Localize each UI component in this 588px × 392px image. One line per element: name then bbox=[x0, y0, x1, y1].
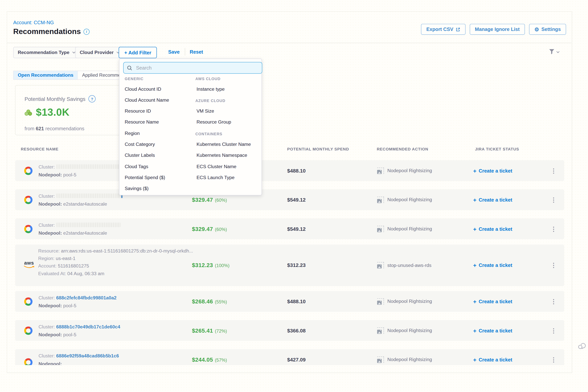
savings-amount: $13.0K bbox=[36, 107, 70, 118]
section-header-containers: CONTAINERS bbox=[196, 132, 222, 136]
add-filter-label: + Add Filter bbox=[124, 50, 151, 55]
page-title-text: Recommendations bbox=[13, 27, 81, 36]
column-header-jira-ticket-status: JIRA TICKET STATUS bbox=[475, 146, 519, 151]
filter-option[interactable]: Cloud Account ID bbox=[125, 86, 161, 92]
table-row[interactable]: Cluster: 688c2fefc84fbdc99801a0a2 Nodepo… bbox=[15, 291, 564, 312]
funnel-icon bbox=[549, 49, 555, 55]
cluster-link[interactable]: 688c2fefc84fbdc99801a0a2 bbox=[56, 295, 116, 300]
help-icon[interactable]: ? bbox=[88, 95, 96, 102]
filter-option[interactable]: Region bbox=[125, 131, 140, 136]
table-row[interactable]: Cluster: 6888b1c70e49db17c1de60c4 Nodepo… bbox=[15, 320, 564, 341]
cloud-provider-filter[interactable]: Cloud Provider bbox=[75, 47, 124, 58]
potential-spend-value: $488.10 bbox=[287, 168, 306, 173]
account-breadcrumb[interactable]: Account: CCM-NG bbox=[13, 20, 54, 25]
kebab-menu[interactable]: ⋮ bbox=[549, 298, 558, 305]
create-ticket-link[interactable]: +Create a ticket bbox=[473, 327, 512, 334]
dropdown-search[interactable] bbox=[123, 62, 262, 74]
gcp-icon bbox=[24, 326, 32, 334]
cloud-provider-label: Cloud Provider bbox=[80, 50, 114, 55]
recommendation-type-filter[interactable]: Recommendation Type bbox=[13, 47, 80, 58]
external-link-icon bbox=[456, 27, 460, 32]
filter-option[interactable]: Resource Group bbox=[196, 119, 231, 125]
cluster-link[interactable]: 6886e92f59a48cad86b5b1c6 bbox=[56, 354, 119, 359]
recommendations-page: Account: CCM-NG Recommendations i Export… bbox=[0, 0, 588, 392]
recommended-action-label: Nodepool Rightsizing bbox=[388, 197, 432, 202]
kebab-menu[interactable]: ⋮ bbox=[549, 356, 558, 363]
savings-card-label: Potential Monthly Savings bbox=[24, 96, 86, 102]
create-ticket-link[interactable]: +Create a ticket bbox=[473, 196, 512, 203]
export-csv-button[interactable]: Export CSV bbox=[421, 24, 466, 35]
filter-option[interactable]: Cloud Account Name bbox=[125, 98, 169, 103]
filter-option[interactable]: Instance type bbox=[196, 86, 225, 92]
section-header-aws-cloud: AWS CLOUD bbox=[196, 77, 220, 81]
page-title: Recommendations i bbox=[13, 27, 90, 36]
create-ticket-link[interactable]: +Create a ticket bbox=[473, 356, 512, 363]
savings-subtext: from 621 recommendations bbox=[24, 126, 84, 132]
filter-option[interactable]: Kubernetes Cluster Name bbox=[196, 142, 251, 147]
kebab-menu[interactable]: ⋮ bbox=[549, 327, 558, 334]
aws-icon: aws bbox=[23, 261, 36, 269]
filter-option[interactable]: Potential Spend ($) bbox=[125, 175, 165, 180]
recommendation-type-label: Recommendation Type bbox=[18, 50, 69, 55]
tab-open-recommendations[interactable]: Open Recommendations bbox=[14, 71, 78, 79]
potential-spend-value: $427.09 bbox=[287, 357, 306, 362]
money-pile-icon bbox=[24, 108, 33, 116]
header-divider bbox=[7, 43, 571, 43]
table-row[interactable]: Cluster: Nodepool: e2standar4autoscale $… bbox=[15, 189, 564, 210]
manage-ignore-list-button[interactable]: Manage Ignore List bbox=[470, 24, 525, 35]
kebab-menu[interactable]: ⋮ bbox=[549, 167, 558, 174]
filter-option[interactable]: Kubernetes Namespace bbox=[196, 153, 247, 158]
recommended-action-label: Nodepool Rightsizing bbox=[388, 357, 432, 362]
chevron-down-icon bbox=[72, 51, 76, 54]
reset-filter-link[interactable]: Reset bbox=[190, 49, 203, 55]
create-ticket-link[interactable]: +Create a ticket bbox=[473, 298, 512, 304]
filter-panel-toggle[interactable] bbox=[549, 49, 560, 55]
image-placeholder-icon bbox=[377, 262, 384, 268]
gcp-icon bbox=[24, 196, 32, 204]
save-filter-link[interactable]: Save bbox=[168, 49, 180, 55]
search-input[interactable] bbox=[135, 64, 258, 71]
gcp-icon bbox=[24, 297, 32, 306]
info-icon[interactable]: i bbox=[84, 28, 89, 34]
redacted-cluster-name bbox=[56, 222, 120, 227]
potential-spend-value: $312.23 bbox=[287, 262, 306, 268]
kebab-menu[interactable]: ⋮ bbox=[549, 196, 558, 203]
create-ticket-link[interactable]: +Create a ticket bbox=[473, 226, 512, 232]
add-filter-button[interactable]: + Add Filter bbox=[119, 47, 157, 58]
filter-option[interactable]: Cloud Tags bbox=[125, 164, 148, 170]
settings-button[interactable]: ⚙ Settings bbox=[529, 24, 566, 35]
filter-option[interactable]: Resource ID bbox=[125, 108, 151, 114]
image-placeholder-icon bbox=[377, 226, 384, 232]
redacted-cluster-name bbox=[56, 194, 120, 198]
table-row[interactable]: Cluster: 6886e92f59a48cad86b5b1c6 Nodepo… bbox=[15, 349, 564, 365]
create-ticket-link[interactable]: +Create a ticket bbox=[473, 262, 512, 268]
filter-option[interactable]: VM Size bbox=[196, 108, 214, 114]
column-header-recommended-action: RECOMMENDED ACTION bbox=[377, 146, 428, 151]
potential-monthly-savings-card: Potential Monthly Savings ? $13.0K from … bbox=[15, 85, 122, 135]
table-row[interactable]: Cluster: Nodepool: pool-5 $488.10 Nodepo… bbox=[15, 160, 564, 181]
section-header-azure-cloud: AZURE CLOUD bbox=[196, 98, 226, 103]
filter-option[interactable]: Resource Name bbox=[125, 119, 159, 125]
recommended-action-label: Nodepool Rightsizing bbox=[388, 168, 432, 173]
filter-option[interactable]: Savings ($) bbox=[125, 186, 148, 192]
add-filter-dropdown: GENERIC Cloud Account ID Cloud Account N… bbox=[119, 58, 262, 196]
filter-option[interactable]: ECS Launch Type bbox=[196, 175, 234, 180]
kebab-menu[interactable]: ⋮ bbox=[549, 225, 558, 232]
image-placeholder-icon bbox=[377, 356, 384, 363]
filter-option[interactable]: Cluster Labels bbox=[125, 153, 155, 158]
create-ticket-link[interactable]: +Create a ticket bbox=[473, 167, 512, 174]
settings-label: Settings bbox=[542, 26, 561, 32]
image-placeholder-icon bbox=[377, 196, 384, 203]
filter-option[interactable]: Cost Category bbox=[125, 142, 155, 147]
cluster-link[interactable]: 6888b1c70e49db17c1de60c4 bbox=[56, 324, 120, 330]
recommended-action-label: Nodepool Rightsizing bbox=[388, 299, 432, 304]
filter-option[interactable]: ECS Cluster Name bbox=[196, 164, 236, 170]
chat-help-icon[interactable] bbox=[578, 341, 586, 350]
recommended-action-label: stop-unused-aws-rds bbox=[388, 263, 432, 268]
image-placeholder-icon bbox=[377, 298, 384, 304]
table-row[interactable]: aws Resource: arn:aws:rds:us-east-1:5116… bbox=[15, 244, 564, 286]
section-header-generic: GENERIC bbox=[125, 77, 144, 81]
table-row[interactable]: Cluster: Nodepool: e2standar4autoscale $… bbox=[15, 218, 564, 239]
search-icon bbox=[127, 65, 132, 70]
kebab-menu[interactable]: ⋮ bbox=[549, 262, 558, 269]
